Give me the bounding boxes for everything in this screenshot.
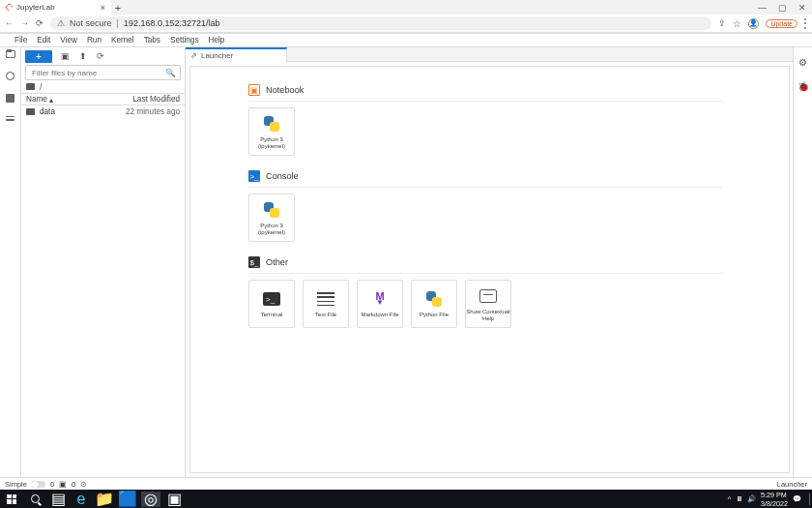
card-label: Markdown File: [361, 312, 398, 318]
browser-titlebar: JupyterLab × + — ▢ ✕: [0, 0, 812, 15]
new-folder-icon[interactable]: ▣: [61, 52, 70, 61]
tray-time[interactable]: 5:29 PM 3/8/2022: [761, 491, 788, 508]
col-modified-header[interactable]: Last Modified: [132, 95, 180, 104]
file-row-modified: 22 minutes ago: [126, 107, 180, 116]
edge-icon[interactable]: e: [72, 492, 91, 507]
tray-up-icon[interactable]: ^: [728, 494, 731, 503]
sort-asc-icon[interactable]: ▴: [49, 95, 53, 105]
card-sublabel: (ipykernel): [258, 229, 285, 236]
card-pythonfile[interactable]: Python File: [411, 280, 457, 328]
card-terminal[interactable]: >_ Terminal: [248, 280, 295, 328]
running-icon[interactable]: [6, 72, 14, 80]
not-secure-icon: ⚠: [57, 18, 65, 28]
status-terminals[interactable]: 0: [50, 480, 54, 489]
menu-tabs[interactable]: Tabs: [143, 36, 161, 45]
home-folder-icon[interactable]: [26, 83, 35, 90]
share-icon[interactable]: ⇪: [718, 18, 726, 28]
bookmark-icon[interactable]: ☆: [733, 18, 741, 29]
not-secure-label: Not secure: [70, 18, 112, 28]
menu-view[interactable]: View: [59, 36, 78, 45]
update-button[interactable]: Update: [766, 19, 798, 28]
tray-notification-icon[interactable]: 💬: [793, 494, 801, 503]
close-window-icon[interactable]: ✕: [798, 3, 806, 13]
card-label: Python 3: [258, 223, 285, 229]
card-textfile[interactable]: Text File: [303, 280, 349, 328]
back-button[interactable]: ←: [5, 18, 14, 28]
jupyter-favicon: [5, 3, 14, 13]
menu-kernel[interactable]: Kernel: [110, 36, 135, 45]
col-name-header[interactable]: Name: [26, 95, 47, 105]
right-rail: ⚙ 🐞: [793, 47, 812, 477]
chrome-icon[interactable]: ◎: [141, 492, 160, 507]
python-icon: [264, 116, 279, 132]
browser-tab[interactable]: JupyterLab ×: [0, 0, 111, 15]
task-view-icon[interactable]: ▤: [48, 492, 68, 507]
files-icon[interactable]: [6, 50, 15, 58]
card-label: Python 3: [258, 136, 285, 143]
filter-input[interactable]: [30, 68, 165, 78]
tab-launcher[interactable]: ⇗ Launcher: [186, 47, 287, 62]
contextualhelp-icon: [479, 289, 497, 303]
taskbar-search-icon[interactable]: [25, 492, 44, 507]
tab-label: Launcher: [201, 51, 233, 60]
file-row[interactable]: data 22 minutes ago: [21, 105, 185, 118]
card-label: Text File: [315, 312, 336, 318]
profile-icon[interactable]: 👤: [748, 18, 759, 29]
tray-sound-icon[interactable]: 🔊: [747, 494, 756, 503]
tray-network-icon[interactable]: 🖥: [736, 494, 742, 503]
commands-icon[interactable]: [6, 94, 14, 103]
status-bar: Simple 0 ▣ 0 ⊙ Launcher: [0, 477, 812, 490]
main-tabs: ⇗ Launcher: [186, 47, 793, 62]
msedge-icon[interactable]: 🟦: [118, 492, 137, 507]
file-row-name: data: [40, 107, 55, 116]
console-section-icon: >_: [248, 170, 260, 182]
status-simple-label: Simple: [5, 480, 27, 489]
menu-icon[interactable]: [804, 18, 807, 29]
terminal-taskbar-icon[interactable]: ▣: [164, 492, 184, 507]
section-console-title: Console: [266, 171, 299, 181]
menu-settings[interactable]: Settings: [169, 36, 200, 45]
windows-taskbar: ▤ e 📁 🟦 ◎ ▣ ^ 🖥 🔊 5:29 PM 3/8/2022 💬: [0, 490, 812, 508]
card-label: Python File: [420, 312, 449, 318]
refresh-icon[interactable]: ⟳: [96, 52, 104, 61]
upload-icon[interactable]: ⬆: [78, 52, 87, 61]
card-markdown[interactable]: M▼ Markdown File: [357, 280, 403, 328]
menu-bar: File Edit View Run Kernel Tabs Settings …: [0, 34, 812, 47]
section-other-title: Other: [266, 257, 288, 267]
close-tab-icon[interactable]: ×: [101, 3, 105, 13]
notebook-section-icon: ▣: [248, 84, 260, 96]
card-label: Terminal: [261, 312, 283, 318]
toc-icon[interactable]: [6, 116, 14, 121]
card-sublabel: (ipykernel): [258, 143, 285, 150]
url-text: 192.168.0.152:32721/lab: [124, 18, 220, 28]
maximize-window-icon[interactable]: ▢: [778, 3, 787, 13]
menu-run[interactable]: Run: [86, 36, 102, 45]
minimize-window-icon[interactable]: —: [758, 3, 767, 13]
textfile-icon: [317, 292, 334, 306]
card-label: Show Contextual Help: [466, 309, 510, 321]
markdown-icon: M▼: [375, 292, 384, 307]
menu-file[interactable]: File: [14, 36, 28, 45]
status-kernels[interactable]: 0: [72, 480, 75, 489]
card-console-python3[interactable]: Python 3 (ipykernel): [248, 194, 295, 242]
terminal-icon: >_: [263, 292, 280, 306]
launch-tab-icon: ⇗: [190, 51, 197, 60]
explorer-icon[interactable]: 📁: [95, 492, 114, 507]
new-launcher-button[interactable]: +: [25, 50, 52, 63]
menu-help[interactable]: Help: [208, 36, 226, 45]
new-tab-button[interactable]: +: [111, 2, 125, 14]
simple-mode-toggle[interactable]: [32, 481, 45, 488]
start-button[interactable]: [2, 492, 21, 507]
python-icon: [426, 291, 442, 307]
browser-tab-title: JupyterLab: [16, 3, 55, 12]
card-notebook-python3[interactable]: Python 3 (ipykernel): [248, 107, 295, 156]
card-contextualhelp[interactable]: Show Contextual Help: [465, 280, 511, 328]
show-desktop-button[interactable]: [809, 493, 810, 505]
reload-button[interactable]: ⟳: [36, 18, 44, 28]
menu-edit[interactable]: Edit: [36, 36, 51, 45]
debug-icon[interactable]: 🐞: [798, 81, 809, 92]
forward-button[interactable]: →: [20, 18, 29, 28]
search-icon: 🔍: [165, 68, 176, 77]
propertyinspector-icon[interactable]: ⚙: [798, 57, 807, 68]
address-bar[interactable]: ⚠ Not secure | 192.168.0.152:32721/lab: [50, 16, 711, 30]
